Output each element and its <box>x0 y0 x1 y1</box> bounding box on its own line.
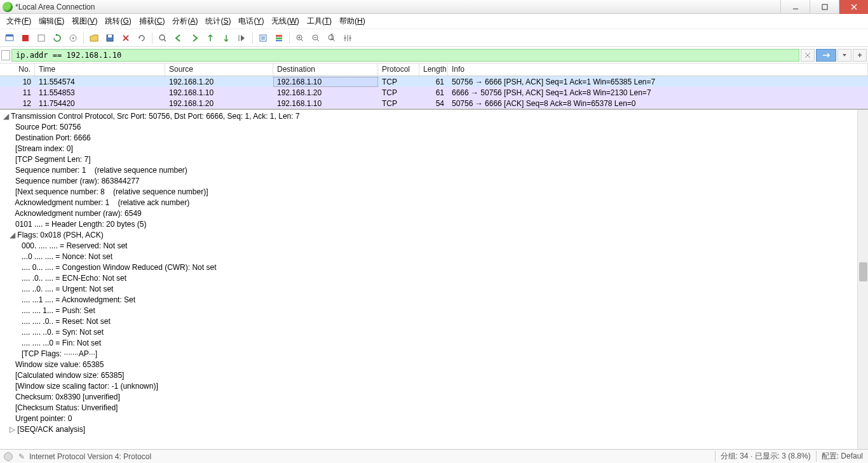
menu-h[interactable]: 帮助(H) <box>336 15 369 28</box>
detail-line[interactable]: .... .... ..0. = Syn: Not set <box>0 327 868 338</box>
close-file-icon[interactable] <box>119 31 133 45</box>
detail-line[interactable]: 0101 .... = Header Length: 20 bytes (5) <box>0 219 868 230</box>
detail-line[interactable]: [Checksum Status: Unverified] <box>0 403 868 413</box>
close-button[interactable] <box>839 0 868 14</box>
detail-line[interactable]: Sequence number: 1 (relative sequence nu… <box>0 165 868 176</box>
col-time[interactable]: Time <box>35 64 165 76</box>
detail-line[interactable]: [TCP Segment Len: 7] <box>0 154 868 165</box>
status-bar: ✎ Internet Protocol Version 4: Protocol … <box>0 449 868 463</box>
edit-icon[interactable]: ✎ <box>17 452 27 461</box>
go-back-icon[interactable] <box>172 31 186 45</box>
packet-list[interactable]: 1011.554574192.168.1.20192.168.1.10TCP61… <box>0 76 868 109</box>
filter-add-button[interactable]: + <box>853 49 867 62</box>
separator <box>252 32 253 44</box>
menu-a[interactable]: 分析(A) <box>168 15 201 28</box>
detail-line[interactable]: Window size value: 65385 <box>0 359 868 370</box>
interfaces-icon[interactable] <box>3 31 17 45</box>
detail-line[interactable]: .... ..0. .... = Urgent: Not set <box>0 284 868 295</box>
svg-point-9 <box>72 37 74 39</box>
capture-options-icon[interactable] <box>66 31 80 45</box>
detail-line[interactable]: Checksum: 0x8390 [unverified] <box>0 392 868 403</box>
display-filter-input[interactable] <box>11 49 799 62</box>
detail-line[interactable]: ◢ Transmission Control Protocol, Src Por… <box>0 111 868 122</box>
menu-s[interactable]: 统计(S) <box>201 15 234 28</box>
zoom-reset-icon[interactable]: 1 <box>325 31 339 45</box>
colorize-icon[interactable] <box>272 31 286 45</box>
window-buttons <box>780 0 868 14</box>
find-icon[interactable] <box>156 31 170 45</box>
scrollbar[interactable] <box>857 110 868 449</box>
svg-rect-23 <box>276 40 282 41</box>
filter-dropdown-button[interactable] <box>837 49 851 62</box>
open-file-icon[interactable] <box>87 31 101 45</box>
detail-line[interactable]: Acknowledgment number (raw): 6549 <box>0 208 868 219</box>
svg-line-27 <box>301 39 303 41</box>
detail-line[interactable]: ▷ [SEQ/ACK analysis] <box>0 424 868 435</box>
capture-stop-icon[interactable] <box>34 31 48 45</box>
detail-line[interactable]: Destination Port: 6666 <box>0 133 868 144</box>
col-protocol[interactable]: Protocol <box>378 64 419 76</box>
col-source[interactable]: Source <box>165 64 273 76</box>
capture-start-icon[interactable] <box>18 31 32 45</box>
capture-restart-icon[interactable] <box>50 31 64 45</box>
detail-line[interactable]: [Next sequence number: 8 (relative seque… <box>0 187 868 198</box>
detail-line[interactable]: Source Port: 50756 <box>0 122 868 133</box>
zoom-out-icon[interactable] <box>309 31 323 45</box>
reload-icon[interactable] <box>135 31 149 45</box>
col-no[interactable]: No. <box>0 64 35 76</box>
go-to-icon[interactable] <box>203 31 217 45</box>
zoom-in-icon[interactable] <box>293 31 307 45</box>
go-last-icon[interactable] <box>235 31 249 45</box>
maximize-button[interactable] <box>810 0 839 14</box>
packet-list-header[interactable]: No. Time Source Destination Protocol Len… <box>0 64 868 76</box>
save-file-icon[interactable] <box>103 31 117 45</box>
resize-columns-icon[interactable] <box>341 31 355 45</box>
app-icon <box>3 2 13 12</box>
scroll-thumb[interactable] <box>859 262 867 281</box>
auto-scroll-icon[interactable] <box>256 31 270 45</box>
detail-line[interactable]: Sequence number (raw): 863844277 <box>0 176 868 187</box>
detail-line[interactable]: Acknowledgment number: 1 (relative ack n… <box>0 198 868 208</box>
svg-line-15 <box>164 39 166 41</box>
svg-rect-6 <box>22 35 29 41</box>
filter-clear-button[interactable] <box>801 49 815 62</box>
packet-row[interactable]: 1211.754420192.168.1.20192.168.1.10TCP54… <box>0 98 868 109</box>
filter-apply-button[interactable] <box>816 49 836 62</box>
detail-line[interactable]: .... .0.. .... = ECN-Echo: Not set <box>0 273 868 284</box>
menu-e[interactable]: 编辑(E) <box>35 15 68 28</box>
packet-row[interactable]: 1011.554574192.168.1.20192.168.1.10TCP61… <box>0 76 868 87</box>
svg-rect-5 <box>6 34 13 36</box>
detail-line[interactable]: [Calculated window size: 65385] <box>0 370 868 381</box>
col-length[interactable]: Length <box>419 64 448 76</box>
detail-line[interactable]: ...0 .... .... = Nonce: Not set <box>0 252 868 262</box>
detail-line[interactable]: [Stream index: 0] <box>0 144 868 154</box>
detail-line[interactable]: .... .... .0.. = Reset: Not set <box>0 316 868 327</box>
menu-f[interactable]: 文件(F) <box>3 15 35 28</box>
col-destination[interactable]: Destination <box>273 64 378 76</box>
detail-line[interactable]: [TCP Flags: ·······AP···] <box>0 349 868 359</box>
detail-line[interactable]: .... .... 1... = Push: Set <box>0 305 868 316</box>
menu-g[interactable]: 跳转(G) <box>101 15 135 28</box>
detail-line[interactable]: ◢ Flags: 0x018 (PSH, ACK) <box>0 230 868 241</box>
bookmark-icon[interactable] <box>1 50 10 60</box>
go-first-icon[interactable] <box>219 31 233 45</box>
menu-y[interactable]: 电话(Y) <box>234 15 268 28</box>
detail-line[interactable]: .... ...1 .... = Acknowledgment: Set <box>0 295 868 305</box>
detail-line[interactable]: .... 0... .... = Congestion Window Reduc… <box>0 262 868 273</box>
menu-v[interactable]: 视图(V) <box>68 15 101 28</box>
svg-rect-21 <box>276 35 282 37</box>
detail-line[interactable]: [Window size scaling factor: -1 (unknown… <box>0 381 868 392</box>
menu-t[interactable]: 工具(T) <box>303 15 336 28</box>
packet-details[interactable]: ◢ Transmission Control Protocol, Src Por… <box>0 109 868 449</box>
menu-w[interactable]: 无线(W) <box>268 15 302 28</box>
minimize-button[interactable] <box>780 0 810 14</box>
detail-line[interactable]: Urgent pointer: 0 <box>0 413 868 424</box>
col-info[interactable]: Info <box>448 64 868 76</box>
packet-row[interactable]: 1111.554853192.168.1.10192.168.1.20TCP61… <box>0 87 868 98</box>
go-forward-icon[interactable] <box>187 31 201 45</box>
status-profile[interactable]: 配置: Defaul <box>816 451 868 462</box>
menu-c[interactable]: 捕获(C) <box>135 15 169 28</box>
expert-info-icon[interactable] <box>4 452 13 461</box>
detail-line[interactable]: .... .... ...0 = Fin: Not set <box>0 338 868 349</box>
detail-line[interactable]: 000. .... .... = Reserved: Not set <box>0 241 868 252</box>
